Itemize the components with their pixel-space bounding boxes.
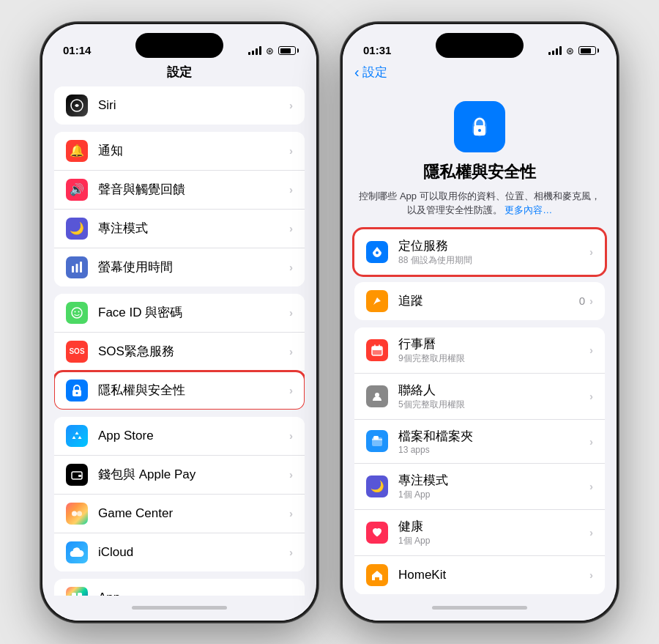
calendar-item[interactable]: 行事曆 9個完整取用權限 › — [354, 327, 605, 374]
tracking-value: 0 — [579, 295, 585, 307]
battery-icon-2 — [578, 46, 596, 55]
homekit-item[interactable]: HomeKit › — [354, 556, 605, 594]
health-item[interactable]: 健康 1個 App › — [354, 510, 605, 556]
focus-item[interactable]: 🌙 專注模式 › — [54, 210, 305, 248]
files-info: 檔案和檔案夾 13 apps — [398, 428, 589, 455]
privacy-icon — [66, 380, 88, 401]
appstore-icon — [66, 425, 88, 447]
privacy-item[interactable]: 隱私權與安全性 › — [54, 371, 305, 410]
sos-label: SOS緊急服務 — [98, 343, 289, 360]
location-group-wrapper: 定位服務 88 個設為使用期間 › — [354, 229, 605, 275]
homekit-icon — [366, 564, 388, 586]
contacts-icon — [366, 385, 388, 407]
location-info: 定位服務 88 個設為使用期間 — [398, 237, 589, 267]
more-link[interactable]: 更多內容… — [505, 204, 552, 215]
contacts-chevron: › — [589, 390, 593, 402]
svg-rect-3 — [80, 262, 82, 273]
files-label: 檔案和檔案夾 — [398, 428, 589, 445]
privacy-desc: 控制哪些 App 可以取用你的資料、位置、相機和麥克風，以及管理安全性防護。 更… — [357, 189, 602, 218]
homekit-info: HomeKit — [398, 568, 589, 582]
notification-chevron: › — [289, 144, 293, 157]
svg-point-6 — [78, 311, 80, 312]
back-button[interactable]: ‹ 設定 — [354, 64, 387, 81]
wifi-icon-1: ⊛ — [266, 45, 274, 56]
icloud-icon — [66, 541, 88, 563]
sound-item[interactable]: 🔊 聲音與觸覺回饋 › — [54, 171, 305, 210]
files-item[interactable]: 檔案和檔案夾 13 apps › — [354, 420, 605, 464]
tracking-chevron: › — [589, 295, 593, 307]
calendar-chevron: › — [589, 344, 593, 356]
contacts-sub: 5個完整取用權限 — [398, 399, 589, 411]
phone-2: 01:31 ⊛ ‹ 設定 — [340, 22, 619, 623]
notification-item[interactable]: 🔔 通知 › — [54, 132, 305, 171]
status-bar-2: 01:31 ⊛ — [343, 24, 617, 61]
sound-label: 聲音與觸覺回饋 — [98, 181, 289, 198]
time-1: 01:14 — [63, 44, 91, 56]
wallet-item[interactable]: 錢包與 Apple Pay › — [54, 456, 305, 495]
faceid-chevron: › — [289, 306, 293, 319]
focus-right-chevron: › — [589, 480, 593, 492]
location-highlighted[interactable]: 定位服務 88 個設為使用期間 › — [354, 229, 605, 275]
tracking-label: 追蹤 — [398, 292, 579, 309]
sound-icon: 🔊 — [66, 179, 88, 201]
location-icon — [366, 241, 388, 263]
appstore-chevron: › — [289, 429, 293, 442]
settings-group-3: App Store › 錢包與 Apple Pay › — [54, 417, 305, 571]
location-sub: 88 個設為使用期間 — [398, 254, 589, 267]
siri-label: Siri — [98, 98, 289, 113]
svg-rect-2 — [76, 264, 78, 273]
contacts-item[interactable]: 聯絡人 5個完整取用權限 › — [354, 374, 605, 420]
dynamic-island-2 — [436, 33, 524, 58]
siri-chevron: › — [289, 99, 293, 111]
gamecenter-item[interactable]: Game Center › — [54, 495, 305, 533]
screentime-chevron: › — [289, 261, 293, 273]
tracking-info: 追蹤 — [398, 292, 579, 309]
faceid-icon — [66, 302, 88, 324]
icloud-chevron: › — [289, 546, 293, 558]
screentime-label: 螢幕使用時間 — [98, 259, 289, 275]
time-2: 01:31 — [363, 44, 391, 56]
siri-icon — [66, 95, 88, 116]
privacy-label: 隱私權與安全性 — [98, 382, 289, 399]
health-sub: 1個 App — [398, 535, 589, 547]
faceid-label: Face ID 與密碼 — [98, 304, 289, 321]
contacts-label: 聯絡人 — [398, 382, 589, 399]
health-chevron: › — [589, 526, 593, 538]
privacy-title: 隱私權與安全性 — [423, 161, 536, 183]
phone-1: 01:14 ⊛ 設定 Siri › — [40, 22, 319, 623]
files-sub: 13 apps — [398, 445, 589, 455]
focus-label: 專注模式 — [98, 220, 289, 237]
screentime-icon — [66, 256, 88, 278]
battery-icon-1 — [278, 46, 296, 55]
health-info: 健康 1個 App — [398, 518, 589, 547]
tracking-group: 追蹤 0 › — [354, 282, 605, 320]
status-icons-2: ⊛ — [548, 45, 596, 56]
contacts-info: 聯絡人 5個完整取用權限 — [398, 382, 589, 411]
privacy-header-icon — [454, 101, 505, 152]
tracking-icon — [366, 290, 388, 312]
wifi-icon-2: ⊛ — [566, 45, 574, 56]
location-chevron: › — [589, 245, 593, 258]
appstore-item[interactable]: App Store › — [54, 417, 305, 456]
svg-rect-27 — [373, 436, 379, 440]
nav-bar-1: 設定 — [42, 61, 316, 86]
sos-item[interactable]: SOS SOS緊急服務 › — [54, 333, 305, 371]
tracking-item[interactable]: 追蹤 0 › — [354, 282, 605, 320]
icloud-item[interactable]: iCloud › — [54, 533, 305, 571]
svg-point-4 — [72, 308, 82, 318]
calendar-info: 行事曆 9個完整取用權限 — [398, 336, 589, 365]
page-title-1: 設定 — [98, 64, 261, 81]
siri-row[interactable]: Siri › — [54, 86, 305, 125]
faceid-item[interactable]: Face ID 與密碼 › — [54, 294, 305, 333]
svg-point-12 — [77, 511, 82, 516]
focus-right-label: 專注模式 — [398, 472, 589, 489]
svg-point-11 — [72, 511, 77, 516]
sos-chevron: › — [289, 345, 293, 358]
svg-point-19 — [376, 251, 379, 254]
location-label: 定位服務 — [398, 237, 589, 254]
focus-icon: 🌙 — [66, 218, 88, 240]
focus-right-item[interactable]: 🌙 專注模式 1個 App › — [354, 464, 605, 510]
calendar-icon — [366, 339, 388, 361]
screentime-item[interactable]: 螢幕使用時間 › — [54, 248, 305, 286]
back-chevron-icon: ‹ — [354, 64, 360, 79]
